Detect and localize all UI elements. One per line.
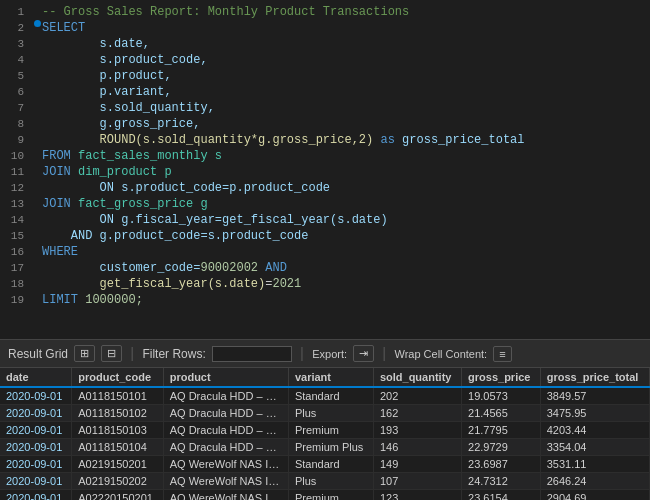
col-header-variant[interactable]: variant [288, 368, 373, 387]
code-line: 10FROM fact_sales_monthly s [0, 148, 650, 164]
filter-input[interactable] [212, 346, 292, 362]
line-number: 4 [4, 52, 32, 68]
line-number: 19 [4, 292, 32, 308]
table-cell: 2020-09-01 [0, 490, 72, 501]
table-cell: A02220150201 [72, 490, 163, 501]
table-cell: 3849.57 [540, 387, 649, 405]
table-row[interactable]: 2020-09-01A02220150201AQ WereWolf NAS In… [0, 490, 650, 501]
table-cell: A0219150202 [72, 473, 163, 490]
grid-view-btn[interactable]: ⊞ [74, 345, 95, 362]
table-cell: Standard [288, 456, 373, 473]
line-content: JOIN dim_product p [42, 164, 646, 180]
col-header-gross_price[interactable]: gross_price [462, 368, 541, 387]
export-btn[interactable]: ⇥ [353, 345, 374, 362]
table-cell: 4203.44 [540, 422, 649, 439]
col-header-gross_price_total[interactable]: gross_price_total [540, 368, 649, 387]
line-content: ROUND(s.sold_quantity*g.gross_price,2) a… [42, 132, 646, 148]
table-cell: 21.4565 [462, 405, 541, 422]
table-cell: AQ Dracula HDD – 3.5 Inch SATA 6 Gb/s 54… [163, 439, 288, 456]
code-line: 16WHERE [0, 244, 650, 260]
code-line: 14 ON g.fiscal_year=get_fiscal_year(s.da… [0, 212, 650, 228]
code-line: 6 p.variant, [0, 84, 650, 100]
code-line: 3 s.date, [0, 36, 650, 52]
line-content: -- Gross Sales Report: Monthly Product T… [42, 4, 646, 20]
line-content: s.product_code, [42, 52, 646, 68]
table-cell: 107 [373, 473, 461, 490]
data-table: dateproduct_codeproductvariantsold_quant… [0, 368, 650, 500]
code-line: 11JOIN dim_product p [0, 164, 650, 180]
wrap-btn[interactable]: ≡ [493, 346, 511, 362]
table-cell: 193 [373, 422, 461, 439]
code-line: 7 s.sold_quantity, [0, 100, 650, 116]
line-content: LIMIT 1000000; [42, 292, 646, 308]
table-row[interactable]: 2020-09-01A0118150104AQ Dracula HDD – 3.… [0, 439, 650, 456]
table-cell: Plus [288, 473, 373, 490]
table-row[interactable]: 2020-09-01A0219150201AQ WereWolf NAS Int… [0, 456, 650, 473]
table-cell: A0219150201 [72, 456, 163, 473]
col-header-sold_quantity[interactable]: sold_quantity [373, 368, 461, 387]
code-line: 2SELECT [0, 20, 650, 36]
table-cell: 2020-09-01 [0, 405, 72, 422]
table-cell: 2646.24 [540, 473, 649, 490]
line-content: JOIN fact_gross_price g [42, 196, 646, 212]
table-cell: 2020-09-01 [0, 473, 72, 490]
col-header-product[interactable]: product [163, 368, 288, 387]
code-line: 4 s.product_code, [0, 52, 650, 68]
line-content: s.sold_quantity, [42, 100, 646, 116]
table-cell: 21.7795 [462, 422, 541, 439]
line-number: 10 [4, 148, 32, 164]
col-header-date[interactable]: date [0, 368, 72, 387]
line-number: 14 [4, 212, 32, 228]
table-cell: A0118150101 [72, 387, 163, 405]
table-cell: 162 [373, 405, 461, 422]
table-cell: 146 [373, 439, 461, 456]
line-content: customer_code=90002002 AND [42, 260, 646, 276]
table-cell: 2020-09-01 [0, 422, 72, 439]
table-row[interactable]: 2020-09-01A0118150103AQ Dracula HDD – 3.… [0, 422, 650, 439]
line-number: 1 [4, 4, 32, 20]
code-line: 5 p.product, [0, 68, 650, 84]
line-number: 17 [4, 260, 32, 276]
line-content: g.gross_price, [42, 116, 646, 132]
table-cell: Premium [288, 490, 373, 501]
line-content: p.product, [42, 68, 646, 84]
line-content: p.variant, [42, 84, 646, 100]
line-content: AND g.product_code=s.product_code [42, 228, 646, 244]
export-label: Export: [312, 348, 347, 360]
table-header: dateproduct_codeproductvariantsold_quant… [0, 368, 650, 387]
table-row[interactable]: 2020-09-01A0118150102AQ Dracula HDD – 3.… [0, 405, 650, 422]
table-cell: 3531.11 [540, 456, 649, 473]
table-cell: 3475.95 [540, 405, 649, 422]
col-header-product_code[interactable]: product_code [72, 368, 163, 387]
form-view-btn[interactable]: ⊟ [101, 345, 122, 362]
code-line: 8 g.gross_price, [0, 116, 650, 132]
line-content: get_fiscal_year(s.date)=2021 [42, 276, 646, 292]
line-number: 6 [4, 84, 32, 100]
code-line: 13JOIN fact_gross_price g [0, 196, 650, 212]
table-cell: A0118150103 [72, 422, 163, 439]
table-row[interactable]: 2020-09-01A0219150202AQ WereWolf NAS Int… [0, 473, 650, 490]
table-cell: 123 [373, 490, 461, 501]
line-number: 11 [4, 164, 32, 180]
table-cell: 3354.04 [540, 439, 649, 456]
line-number: 15 [4, 228, 32, 244]
table-body: 2020-09-01A0118150101AQ Dracula HDD – 3.… [0, 387, 650, 500]
table-cell: 23.6154 [462, 490, 541, 501]
table-cell: Premium Plus [288, 439, 373, 456]
code-line: 15 AND g.product_code=s.product_code [0, 228, 650, 244]
result-grid[interactable]: dateproduct_codeproductvariantsold_quant… [0, 368, 650, 500]
table-cell: A0118150102 [72, 405, 163, 422]
table-cell: 2904.69 [540, 490, 649, 501]
wrap-label: Wrap Cell Content: [394, 348, 487, 360]
line-content: SELECT [42, 20, 646, 36]
table-row[interactable]: 2020-09-01A0118150101AQ Dracula HDD – 3.… [0, 387, 650, 405]
line-content: ON s.product_code=p.product_code [42, 180, 646, 196]
table-cell: AQ WereWolf NAS Internal Hard Drive HDD … [163, 456, 288, 473]
table-cell: Standard [288, 387, 373, 405]
line-content: ON g.fiscal_year=get_fiscal_year(s.date) [42, 212, 646, 228]
table-cell: 19.0573 [462, 387, 541, 405]
code-editor[interactable]: 1-- Gross Sales Report: Monthly Product … [0, 0, 650, 340]
line-number: 5 [4, 68, 32, 84]
code-line: 1-- Gross Sales Report: Monthly Product … [0, 4, 650, 20]
table-cell: AQ WereWolf NAS Internal Hard Drive HDD … [163, 490, 288, 501]
